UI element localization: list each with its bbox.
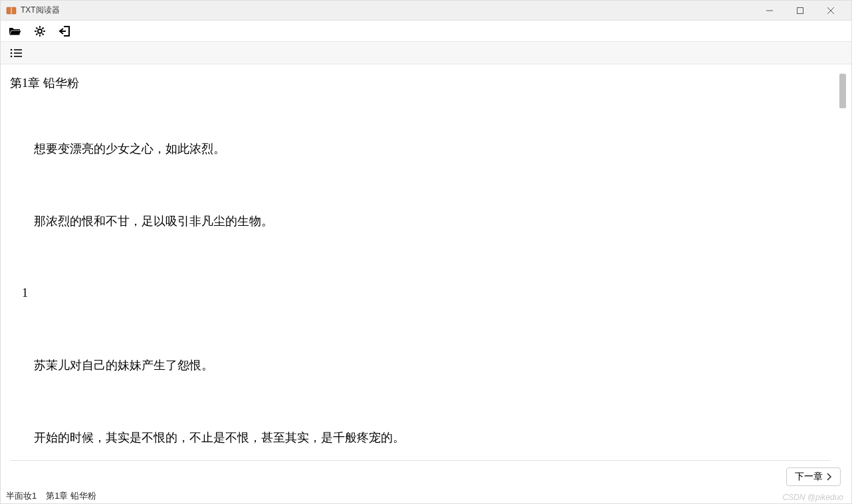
minimize-button[interactable]	[754, 1, 785, 21]
scrollbar[interactable]	[838, 74, 847, 461]
exit-button[interactable]	[58, 24, 72, 39]
paragraph: 想要变漂亮的少女之心，如此浓烈。	[10, 139, 830, 159]
svg-point-15	[11, 48, 13, 50]
next-chapter-button[interactable]: 下一章	[786, 467, 841, 486]
titlebar: TXT阅读器	[1, 1, 851, 21]
svg-point-6	[38, 29, 42, 33]
app-icon	[6, 5, 17, 16]
svg-line-12	[43, 33, 44, 35]
paragraph: 苏茉儿对自己的妹妹产生了怨恨。	[10, 356, 830, 375]
settings-button[interactable]	[33, 24, 47, 39]
chapter-list-button[interactable]	[7, 44, 25, 62]
paragraph: 那浓烈的恨和不甘，足以吸引非凡尘的生物。	[10, 212, 830, 231]
paragraph: 开始的时候，其实是不恨的，不止是不恨，甚至其实，是千般疼宠的。	[10, 428, 830, 448]
paragraph: 1	[10, 284, 830, 303]
open-file-button[interactable]	[7, 24, 22, 39]
close-button[interactable]	[815, 1, 846, 21]
window-controls	[754, 1, 846, 21]
scrollbar-thumb[interactable]	[839, 74, 846, 108]
chapter-list-bar	[1, 42, 851, 64]
chapter-title: 第1章 铅华粉	[10, 74, 830, 93]
window-title: TXT阅读器	[21, 5, 754, 16]
svg-point-17	[11, 52, 13, 54]
status-book-name: 半面妆1	[6, 490, 37, 502]
watermark: CSDN @pikeduo	[782, 493, 843, 502]
reader-pane: 第1章 铅华粉 想要变漂亮的少女之心，如此浓烈。 那浓烈的恨和不甘，足以吸引非凡…	[1, 64, 851, 465]
svg-line-11	[36, 27, 37, 29]
svg-rect-3	[798, 7, 803, 13]
status-chapter-name: 第1章 铅华粉	[46, 490, 96, 502]
svg-line-14	[36, 33, 37, 35]
footer-bar: 下一章	[1, 465, 851, 489]
chevron-right-icon	[825, 473, 832, 481]
next-chapter-label: 下一章	[795, 471, 823, 483]
toolbar	[1, 21, 851, 42]
svg-point-19	[11, 55, 13, 57]
statusbar: 半面妆1 第1章 铅华粉 CSDN @pikeduo	[1, 489, 851, 503]
maximize-button[interactable]	[785, 1, 815, 21]
svg-line-13	[43, 27, 44, 29]
reader-content[interactable]: 第1章 铅华粉 想要变漂亮的少女之心，如此浓烈。 那浓烈的恨和不甘，足以吸引非凡…	[10, 74, 830, 461]
